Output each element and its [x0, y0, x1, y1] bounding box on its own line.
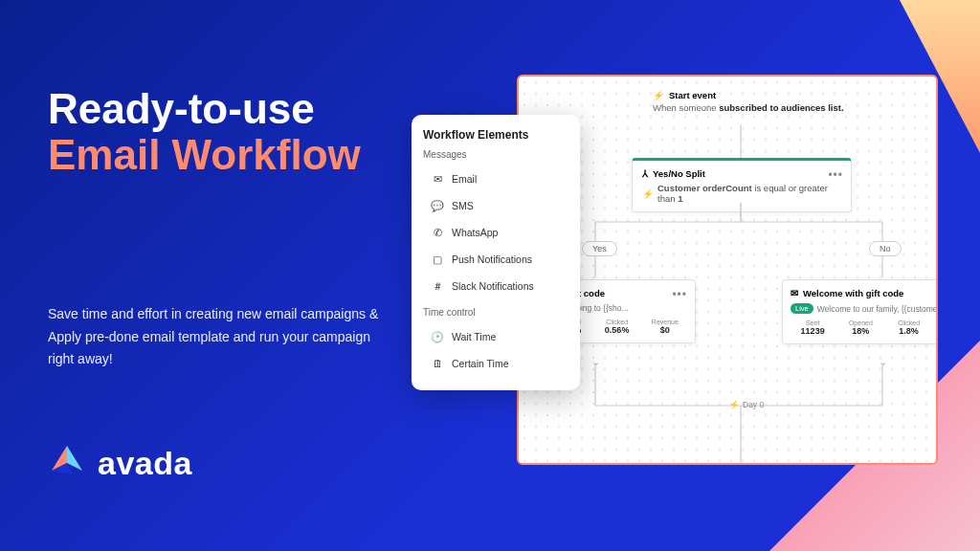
slack-icon: ＃	[431, 279, 444, 293]
split-node[interactable]: ⅄Yes/No Split ••• ⚡ Customer orderCount …	[632, 158, 852, 212]
elements-panel: Workflow Elements Messages ✉Email 💬SMS ✆…	[412, 115, 580, 390]
start-desc-prefix: When someone	[653, 102, 719, 113]
sms-icon: 💬	[431, 199, 444, 212]
stat-label: Clicked	[595, 319, 639, 325]
element-label: Slack Notifications	[452, 280, 534, 292]
split-cond-value: 1	[678, 193, 682, 204]
headline-line-1: Ready-to-use	[48, 86, 392, 132]
element-certain-time[interactable]: 🗓Certain Time	[423, 350, 568, 377]
day-label: ⚡ Day 0	[729, 400, 764, 409]
element-label: Email	[452, 173, 477, 185]
stat-value: $0	[643, 325, 687, 335]
element-label: Certain Time	[452, 358, 509, 369]
stat-value: 11239	[791, 326, 835, 336]
chevron-down-icon[interactable]: ⌄	[591, 356, 600, 368]
email-icon: ✉	[431, 172, 444, 186]
brand-name: avada	[98, 445, 192, 482]
workflow-canvas[interactable]: ⚡Start event When someone subscribed to …	[517, 75, 938, 465]
app-preview: ⚡Start event When someone subscribed to …	[412, 75, 947, 515]
stat-value: 18%	[838, 326, 882, 336]
element-slack[interactable]: ＃Slack Notifications	[423, 273, 568, 299]
connector-join	[519, 364, 938, 465]
live-text: Live	[795, 304, 809, 313]
start-title: Start event	[669, 90, 716, 102]
bolt-icon: ⚡	[642, 188, 654, 199]
section-time-label: Time control	[423, 307, 568, 318]
brand-logo-icon	[48, 442, 86, 484]
clock-icon: 🕑	[431, 330, 444, 343]
stat-value: 1.8%	[887, 326, 931, 336]
live-badge: Live	[791, 303, 813, 314]
element-label: Push Notifications	[452, 253, 532, 265]
email-node-with-gift[interactable]: ✉Welcome with gift code ••• Live Welcome…	[782, 279, 938, 344]
more-icon[interactable]: •••	[672, 288, 687, 301]
stat-label: Revenue	[643, 319, 687, 325]
element-push[interactable]: ▢Push Notifications	[423, 246, 568, 273]
headline-line-2: Email Workflow	[48, 132, 392, 178]
whatsapp-icon: ✆	[431, 226, 444, 239]
element-sms[interactable]: 💬SMS	[423, 192, 568, 219]
email-right-subject: Welcome to our family, {{customer...	[817, 304, 938, 314]
split-cond-field: Customer orderCount	[657, 183, 752, 193]
start-desc-bold: subscribed to audiences list.	[719, 102, 843, 113]
connector-start-to-split	[519, 124, 938, 163]
push-icon: ▢	[431, 253, 444, 266]
bolt-icon: ⚡	[729, 400, 740, 409]
more-icon[interactable]: •••	[828, 168, 843, 182]
element-wait-time[interactable]: 🕑Wait Time	[423, 323, 568, 350]
day-text: Day 0	[743, 400, 764, 409]
element-email[interactable]: ✉Email	[423, 165, 568, 192]
email-right-title: Welcome with gift code	[803, 288, 903, 298]
stat-label: Revenue	[935, 320, 938, 326]
calendar-icon: 🗓	[431, 357, 444, 370]
stat-label: Opened	[838, 320, 882, 326]
element-label: WhatsApp	[452, 227, 498, 238]
stat-value: $8321	[935, 326, 938, 336]
split-icon: ⅄	[642, 168, 648, 179]
stat-label: Sent	[791, 320, 835, 326]
element-whatsapp[interactable]: ✆WhatsApp	[423, 219, 568, 246]
chevron-down-icon[interactable]: ⌄	[879, 356, 887, 368]
elements-panel-title: Workflow Elements	[423, 128, 568, 142]
subheading: Save time and effort in creating new ema…	[48, 303, 392, 371]
element-label: SMS	[452, 200, 474, 211]
stat-value: 0.56%	[595, 325, 639, 335]
section-messages-label: Messages	[423, 149, 568, 160]
branch-no-label: No	[869, 241, 902, 256]
email-icon: ✉	[791, 288, 798, 298]
start-event-node[interactable]: ⚡Start event When someone subscribed to …	[653, 90, 844, 115]
bolt-icon: ⚡	[653, 90, 664, 102]
element-label: Wait Time	[452, 331, 496, 342]
stat-label: Clicked	[887, 320, 931, 326]
brand-block: avada	[48, 442, 192, 484]
branch-yes-label: Yes	[582, 241, 617, 256]
split-title-text: Yes/No Split	[653, 168, 705, 179]
